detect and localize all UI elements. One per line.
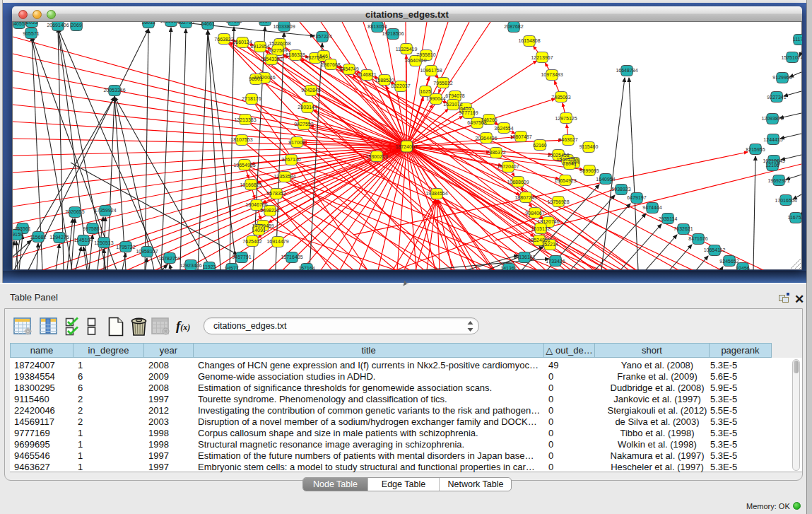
svg-text:19654923: 19654923 (554, 178, 576, 183)
svg-text:9457791: 9457791 (232, 255, 251, 259)
svg-text:2069: 2069 (71, 23, 82, 28)
svg-text:252214: 252214 (541, 242, 558, 247)
svg-text:18120746: 18120746 (537, 219, 559, 224)
svg-text:7632621: 7632621 (673, 226, 693, 231)
svg-text:15720407: 15720407 (497, 164, 519, 169)
svg-text:18107553: 18107553 (230, 137, 252, 142)
svg-text:11325419: 11325419 (396, 47, 418, 52)
svg-text:64661: 64661 (201, 22, 215, 26)
svg-text:3267130: 3267130 (281, 157, 300, 162)
svg-text:8912954: 8912954 (250, 44, 269, 49)
svg-text:5578352: 5578352 (266, 191, 286, 196)
svg-text:1057: 1057 (259, 22, 271, 23)
svg-text:9242848: 9242848 (301, 88, 320, 93)
svg-text:140557: 140557 (13, 22, 28, 26)
svg-text:5498222: 5498222 (260, 208, 279, 213)
svg-text:20691406: 20691406 (47, 23, 69, 28)
svg-text:10958107: 10958107 (136, 249, 158, 254)
svg-text:15716485: 15716485 (281, 255, 302, 259)
svg-text:2718176: 2718176 (242, 96, 261, 101)
svg-text:8454749: 8454749 (339, 66, 358, 71)
svg-text:94577: 94577 (225, 266, 239, 270)
svg-text:17359924: 17359924 (94, 208, 116, 213)
svg-text:9245652: 9245652 (719, 259, 739, 264)
svg-text:15226058: 15226058 (269, 41, 290, 46)
svg-text:1990044: 1990044 (426, 96, 445, 101)
svg-text:9975867: 9975867 (83, 226, 102, 231)
svg-text:1294275: 1294275 (49, 235, 69, 240)
svg-text:3624554: 3624554 (494, 126, 513, 131)
svg-text:9474444: 9474444 (642, 205, 661, 210)
svg-text:1244415: 1244415 (763, 137, 782, 142)
svg-text:7485063: 7485063 (551, 95, 570, 100)
svg-text:16046766: 16046766 (245, 202, 267, 207)
svg-text:2935114: 2935114 (659, 216, 678, 221)
svg-text:152760: 152760 (177, 22, 194, 25)
svg-text:16914479: 16914479 (266, 239, 288, 244)
svg-text:1733426: 1733426 (546, 259, 565, 264)
svg-text:8471676: 8471676 (688, 236, 707, 241)
svg-text:1615132: 1615132 (531, 226, 550, 231)
svg-text:2803144: 2803144 (298, 105, 317, 110)
svg-text:14136141: 14136141 (513, 255, 535, 259)
svg-text:12213967: 12213967 (531, 55, 553, 60)
svg-text:12093872: 12093872 (761, 116, 783, 121)
svg-text:8322037: 8322037 (391, 83, 410, 88)
svg-text:19218506: 19218506 (382, 31, 404, 36)
svg-text:15751074: 15751074 (781, 55, 802, 60)
svg-text:6794078: 6794078 (445, 93, 464, 98)
svg-text:12106: 12106 (765, 163, 779, 168)
svg-text:16033809: 16033809 (273, 24, 295, 29)
svg-text:9777169: 9777169 (459, 110, 478, 115)
svg-text:1795722: 1795722 (116, 245, 135, 250)
svg-text:16640910: 16640910 (404, 58, 426, 63)
svg-text:16154808: 16154808 (518, 38, 540, 43)
svg-text:16543382: 16543382 (260, 57, 282, 62)
svg-text:7357224: 7357224 (312, 34, 331, 39)
svg-text:116753: 116753 (788, 215, 802, 220)
svg-text:7625402: 7625402 (242, 239, 261, 244)
svg-text:10961758: 10961758 (420, 68, 442, 73)
svg-text:453561: 453561 (14, 226, 30, 231)
svg-text:19166825: 19166825 (240, 182, 261, 187)
svg-text:905571: 905571 (23, 31, 39, 36)
svg-text:92456: 92456 (736, 266, 750, 270)
svg-text:115682: 115682 (30, 235, 47, 240)
svg-text:2020655: 2020655 (65, 209, 84, 214)
svg-text:9899695: 9899695 (579, 168, 599, 173)
svg-text:19654985: 19654985 (233, 163, 255, 168)
svg-text:9084067: 9084067 (525, 211, 544, 216)
svg-text:15300213: 15300213 (365, 154, 387, 159)
svg-text:11923: 11923 (203, 264, 216, 269)
svg-text:98901: 98901 (249, 76, 263, 81)
svg-text:2087682: 2087682 (504, 24, 523, 29)
svg-text:9427552: 9427552 (294, 122, 313, 127)
svg-text:2867608: 2867608 (321, 62, 340, 67)
svg-text:1250513: 1250513 (94, 240, 113, 245)
svg-text:1145194: 1145194 (74, 238, 93, 243)
svg-text:11172: 11172 (793, 37, 802, 42)
svg-text:18724007: 18724007 (395, 144, 417, 149)
svg-text:9327509: 9327509 (268, 48, 287, 53)
svg-text:20364436: 20364436 (475, 136, 497, 141)
svg-text:16648784: 16648784 (616, 68, 637, 73)
svg-text:20053346: 20053346 (103, 88, 125, 93)
svg-text:39159: 39159 (13, 232, 23, 237)
svg-text:12353594: 12353594 (273, 174, 295, 179)
svg-text:1588520: 1588520 (375, 78, 394, 83)
svg-text:19756928: 19756928 (547, 199, 569, 204)
svg-text:5938923: 5938923 (611, 187, 630, 192)
svg-text:16782759: 16782759 (158, 256, 180, 261)
svg-text:8215955: 8215955 (746, 147, 765, 152)
svg-text:157164: 157164 (298, 266, 314, 270)
svg-text:7955810: 7955810 (416, 52, 435, 57)
svg-text:2055: 2055 (26, 22, 37, 25)
svg-text:7386372: 7386372 (486, 150, 505, 155)
svg-text:6479197: 6479197 (627, 195, 646, 200)
svg-text:10654112: 10654112 (704, 247, 726, 252)
svg-text:9227341: 9227341 (767, 95, 786, 100)
svg-text:9115460: 9115460 (579, 144, 599, 149)
svg-text:78041: 78041 (563, 161, 577, 166)
svg-text:817006: 817006 (288, 140, 305, 145)
svg-text:10688609: 10688609 (507, 180, 529, 185)
